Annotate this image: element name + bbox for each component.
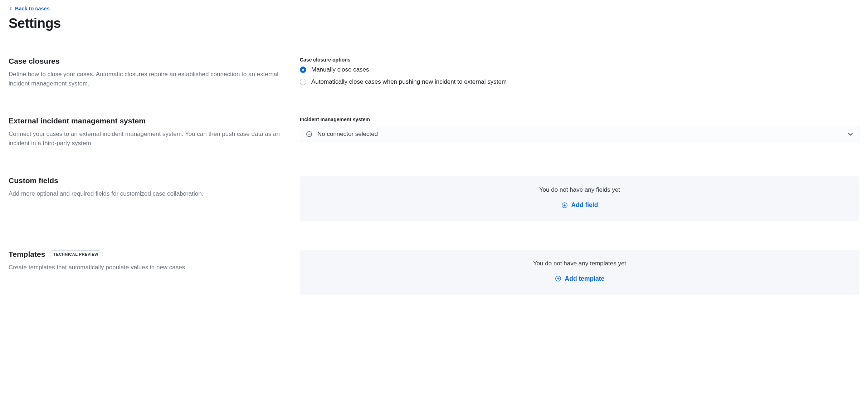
page-title: Settings bbox=[9, 16, 859, 31]
back-link-label: Back to cases bbox=[15, 6, 50, 11]
templates-heading: Templates TECHNICAL PREVIEW bbox=[9, 250, 286, 259]
custom-fields-desc: Add more optional and required fields fo… bbox=[9, 189, 286, 198]
minus-circle-icon bbox=[306, 131, 312, 137]
external-system-desc: Connect your cases to an external incide… bbox=[9, 129, 286, 148]
custom-fields-empty-panel: You do not have any fields yet Add field bbox=[300, 176, 859, 221]
connector-select[interactable]: No connector selected bbox=[300, 126, 859, 142]
radio-indicator-icon bbox=[300, 79, 306, 85]
technical-preview-badge: TECHNICAL PREVIEW bbox=[49, 250, 103, 258]
plus-circle-icon bbox=[561, 202, 568, 208]
chevron-down-icon bbox=[848, 131, 853, 137]
section-custom-fields: Custom fields Add more optional and requ… bbox=[9, 176, 859, 221]
add-template-button[interactable]: Add template bbox=[555, 275, 605, 283]
case-closures-heading: Case closures bbox=[9, 57, 286, 65]
templates-empty-panel: You do not have any templates yet Add te… bbox=[300, 250, 859, 295]
incident-system-label: Incident management system bbox=[300, 117, 859, 122]
plus-circle-icon bbox=[555, 275, 561, 282]
connector-select-value: No connector selected bbox=[317, 131, 378, 138]
radio-manual-close[interactable]: Manually close cases bbox=[300, 66, 859, 73]
radio-indicator-icon bbox=[300, 67, 306, 73]
add-field-label: Add field bbox=[571, 201, 598, 209]
templates-empty-text: You do not have any templates yet bbox=[308, 260, 851, 267]
radio-manual-label: Manually close cases bbox=[311, 66, 369, 73]
external-system-heading: External incident management system bbox=[9, 117, 286, 125]
radio-auto-close[interactable]: Automatically close cases when pushing n… bbox=[300, 78, 859, 85]
section-case-closures: Case closures Define how to close your c… bbox=[9, 57, 859, 88]
case-closures-desc: Define how to close your cases. Automati… bbox=[9, 70, 286, 88]
custom-fields-heading: Custom fields bbox=[9, 176, 286, 185]
radio-auto-label: Automatically close cases when pushing n… bbox=[311, 78, 507, 85]
templates-heading-text: Templates bbox=[9, 250, 45, 259]
section-external-system: External incident management system Conn… bbox=[9, 117, 859, 148]
case-closure-options-label: Case closure options bbox=[300, 57, 859, 63]
add-template-label: Add template bbox=[565, 275, 605, 283]
section-templates: Templates TECHNICAL PREVIEW Create templ… bbox=[9, 250, 859, 295]
chevron-left-icon bbox=[9, 6, 13, 11]
custom-fields-empty-text: You do not have any fields yet bbox=[308, 186, 851, 193]
back-to-cases-link[interactable]: Back to cases bbox=[9, 6, 50, 11]
add-field-button[interactable]: Add field bbox=[561, 201, 598, 209]
templates-desc: Create templates that automatically popu… bbox=[9, 263, 286, 272]
case-closure-radio-group: Manually close cases Automatically close… bbox=[300, 66, 859, 85]
